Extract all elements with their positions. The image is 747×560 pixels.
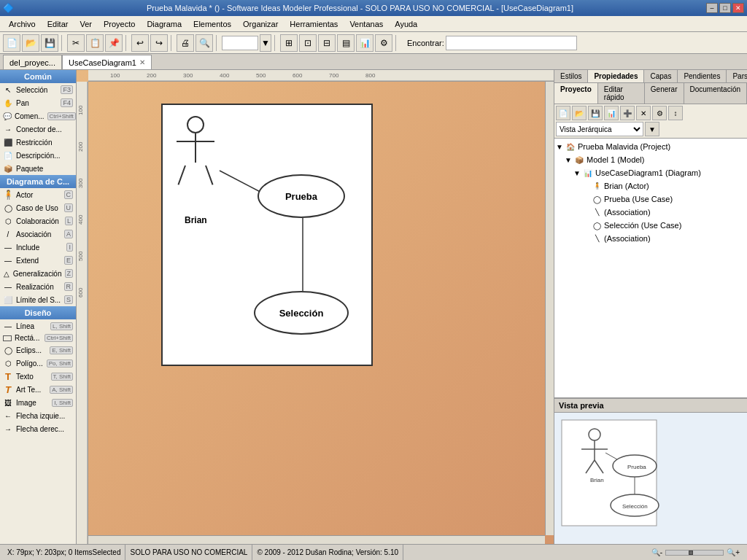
- tab-close-button[interactable]: ✕: [139, 58, 145, 66]
- menu-diagrama[interactable]: Diagrama: [141, 18, 187, 30]
- hierarchy-select[interactable]: Vista Jerárquica: [556, 122, 643, 136]
- minimize-button[interactable]: –: [706, 3, 718, 13]
- tab-parser[interactable]: Parser: [727, 70, 747, 82]
- align-button[interactable]: ⊟: [318, 34, 336, 52]
- snap-button[interactable]: ⊡: [299, 34, 317, 52]
- export-button[interactable]: 📊: [356, 34, 374, 52]
- tool-rectangulo[interactable]: Rectá... Ctrl+Shift: [0, 332, 76, 343]
- maximize-button[interactable]: □: [719, 3, 731, 13]
- tool-poligono[interactable]: ⬡ Polígo... Po, Shift: [0, 357, 76, 370]
- copy-button[interactable]: 📋: [86, 34, 104, 52]
- save-project-btn[interactable]: 💾: [588, 106, 603, 120]
- tool-restriccion[interactable]: ⬛ Restricción: [0, 136, 76, 149]
- tab-capas[interactable]: Capas: [644, 70, 678, 82]
- properties-btn[interactable]: ⚙: [652, 106, 667, 120]
- tree-item-model[interactable]: ▼ 📦 Model 1 (Model): [556, 153, 746, 166]
- project-tab-editar[interactable]: Editar rápido: [598, 83, 645, 104]
- open-project-btn[interactable]: 📂: [572, 106, 587, 120]
- canvas-horizontal-scrollbar[interactable]: [88, 535, 545, 544]
- save-button[interactable]: 💾: [41, 34, 58, 52]
- zoom-dropdown-button[interactable]: ▼: [260, 34, 271, 52]
- canvas-area[interactable]: 100 200 300 400 500 600 700 800 100 200 …: [77, 70, 554, 544]
- tool-descripcion[interactable]: 📄 Descripción...: [0, 149, 76, 162]
- tool-seleccion[interactable]: ↖ Selección F3: [0, 83, 76, 96]
- tool-conector[interactable]: → Conector de...: [0, 122, 76, 136]
- settings-button[interactable]: ⚙: [375, 34, 392, 52]
- expand-btn[interactable]: ↕: [668, 106, 683, 120]
- menu-elementos[interactable]: Elementos: [187, 18, 237, 30]
- menu-herramientas[interactable]: Herramientas: [284, 18, 344, 30]
- tab-propiedades[interactable]: Propiedades: [588, 70, 644, 82]
- tool-flecha-der[interactable]: → Flecha derec...: [0, 422, 76, 435]
- tool-generalizacion[interactable]: △ Generalización Z: [0, 267, 76, 280]
- tool-linea[interactable]: — Línea L, Shift: [0, 319, 76, 332]
- tool-art-text[interactable]: T Art Te... A, Shift: [0, 383, 76, 396]
- tool-realizacion[interactable]: — Realización R: [0, 280, 76, 293]
- project-tab-documentacion[interactable]: Documentación: [684, 83, 747, 104]
- menu-ventanas[interactable]: Ventanas: [344, 18, 389, 30]
- project-tab-generar[interactable]: Generar: [645, 83, 684, 104]
- tab-pinned[interactable]: del_proyec...: [3, 55, 62, 69]
- hierarchy-dropdown-btn[interactable]: ▼: [645, 122, 659, 136]
- tool-limite[interactable]: ⬜ Límite del S... S: [0, 293, 76, 306]
- tree-item-brian[interactable]: 🧍 Brian (Actor): [556, 179, 746, 192]
- project-tab-proyecto[interactable]: Proyecto: [554, 83, 598, 104]
- zoom-slider-track[interactable]: [665, 550, 724, 556]
- menu-ayuda[interactable]: Ayuda: [389, 18, 423, 30]
- add-diagram-btn[interactable]: 📊: [604, 106, 619, 120]
- zoom-input[interactable]: 100 %: [222, 36, 258, 50]
- open-button[interactable]: 📂: [22, 34, 39, 52]
- search-button[interactable]: 🔍: [196, 34, 213, 52]
- tree-item-diagram[interactable]: ▼ 📊 UseCaseDiagram1 (Diagram): [556, 166, 746, 179]
- search-input[interactable]: [446, 36, 577, 50]
- undo-button[interactable]: ↩: [131, 34, 149, 52]
- tool-actor[interactable]: 🧍 Actor C: [0, 188, 76, 201]
- tree-item-project[interactable]: ▼ 🏠 Prueba Malavida (Project): [556, 140, 746, 153]
- canvas-vertical-scrollbar[interactable]: [545, 82, 554, 535]
- tool-comentario[interactable]: 💬 Comen... Ctrl+Shift: [0, 109, 76, 122]
- tree-item-prueba-uc[interactable]: ◯ Prueba (Use Case): [556, 192, 746, 206]
- tree-item-assoc2[interactable]: ╲ (Association): [556, 232, 746, 245]
- menu-editar[interactable]: Editar: [42, 18, 74, 30]
- tool-texto[interactable]: T Texto T, Shift: [0, 370, 76, 383]
- tool-pan[interactable]: ✋ Pan F4: [0, 96, 76, 109]
- svg-text:100: 100: [77, 105, 84, 115]
- use-case-seleccion[interactable]: Selección: [254, 291, 349, 335]
- tree-item-assoc1[interactable]: ╲ (Association): [556, 206, 746, 219]
- menu-organizar[interactable]: Organizar: [237, 18, 284, 30]
- paste-button[interactable]: 📌: [105, 34, 123, 52]
- redo-button[interactable]: ↪: [150, 34, 168, 52]
- tab-estilos[interactable]: Estilos: [554, 70, 588, 82]
- add-element-btn[interactable]: ➕: [620, 106, 635, 120]
- menu-ver[interactable]: Ver: [74, 18, 98, 30]
- tool-include[interactable]: — Include I: [0, 241, 76, 254]
- tool-colaboracion[interactable]: ⬡ Colaboración L: [0, 214, 76, 228]
- tree-item-seleccion-uc[interactable]: ◯ Selección (Use Case): [556, 219, 746, 232]
- print-button[interactable]: 🖨: [177, 34, 194, 52]
- flecha-der-icon: →: [3, 424, 13, 434]
- tool-image[interactable]: 🖼 Image I, Shift: [0, 396, 76, 409]
- use-case-prueba[interactable]: Prueba: [258, 174, 345, 218]
- tab-pendientes[interactable]: Pendientes: [678, 70, 727, 82]
- actor-brian[interactable]: Brian: [185, 116, 207, 225]
- menu-proyecto[interactable]: Proyecto: [98, 18, 141, 30]
- tool-extend[interactable]: — Extend E: [0, 254, 76, 267]
- zoom-slider-thumb[interactable]: [689, 551, 693, 555]
- new-project-btn[interactable]: 📄: [556, 106, 570, 120]
- grid-button[interactable]: ⊞: [280, 34, 298, 52]
- tool-asociacion[interactable]: / Asociación A: [0, 228, 76, 241]
- tab-active[interactable]: UseCaseDiagram1 ✕: [62, 55, 152, 69]
- diagram-canvas[interactable]: Brian Prueba Selección: [88, 82, 554, 544]
- zoom-in-icon[interactable]: 🔍+: [727, 548, 740, 556]
- menu-archivo[interactable]: Archivo: [3, 18, 42, 30]
- layout-button[interactable]: ▤: [337, 34, 355, 52]
- delete-btn[interactable]: ✕: [636, 106, 651, 120]
- tool-flecha-izq[interactable]: ← Flecha izquie...: [0, 409, 76, 422]
- tool-caso-uso[interactable]: ◯ Caso de Uso U: [0, 201, 76, 214]
- zoom-out-icon[interactable]: 🔍-: [651, 548, 662, 556]
- cut-button[interactable]: ✂: [67, 34, 85, 52]
- tool-elipse[interactable]: ◯ Eclips... E, Shift: [0, 343, 76, 357]
- new-button[interactable]: 📄: [3, 34, 20, 52]
- tool-paquete[interactable]: 📦 Paquete: [0, 162, 76, 175]
- close-button[interactable]: ✕: [732, 3, 744, 13]
